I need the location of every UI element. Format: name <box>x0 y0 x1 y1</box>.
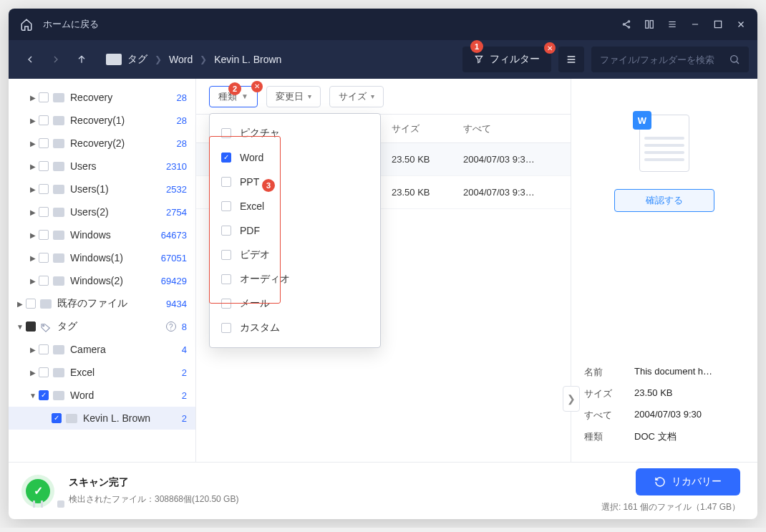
sidebar-item[interactable]: ▼Word2 <box>9 384 195 407</box>
checkbox[interactable] <box>221 323 231 333</box>
share-icon[interactable] <box>621 19 631 29</box>
layout-icon[interactable] <box>644 19 654 29</box>
checkbox[interactable] <box>39 230 49 240</box>
checkbox[interactable] <box>221 177 231 187</box>
expand-arrow-icon[interactable]: ▶ <box>27 94 39 102</box>
filter-button[interactable]: フィルター ✕ <box>462 47 551 72</box>
breadcrumb-item[interactable]: Kevin L. Brown <box>214 54 281 65</box>
breadcrumb-item[interactable]: Word <box>169 54 193 65</box>
checkbox[interactable] <box>39 92 49 102</box>
filter-clear-badge[interactable]: ✕ <box>544 42 556 54</box>
expand-arrow-icon[interactable]: ▶ <box>27 163 39 170</box>
filter-type-clear-badge[interactable]: ✕ <box>251 81 263 92</box>
sidebar-item[interactable]: ▶Recovery(2)28 <box>9 132 195 155</box>
type-option-label: Excel <box>240 200 264 212</box>
checkbox[interactable] <box>221 299 231 309</box>
filter-toolbar: 種類▼ ✕ 変更日▾ サイズ▾ <box>196 79 571 115</box>
expand-arrow-icon[interactable]: ▶ <box>27 117 39 125</box>
minimize-icon[interactable] <box>690 19 700 29</box>
type-option[interactable]: Word <box>210 145 380 170</box>
filter-type-button[interactable]: 種類▼ ✕ <box>209 86 258 107</box>
maximize-icon[interactable] <box>713 19 723 29</box>
sidebar-item[interactable]: ▶既存のファイル9434 <box>9 292 195 315</box>
folder-icon <box>53 231 64 240</box>
checkbox[interactable] <box>26 299 36 309</box>
checkbox[interactable] <box>39 138 49 148</box>
filter-size-button[interactable]: サイズ▾ <box>329 86 384 107</box>
cell-size: 23.50 KB <box>392 187 463 198</box>
search-box[interactable] <box>591 47 749 72</box>
menu-icon[interactable] <box>667 19 677 29</box>
sidebar-item[interactable]: ▶Excel2 <box>9 361 195 384</box>
recover-button[interactable]: リカバリー <box>636 468 740 495</box>
sidebar-item[interactable]: ▶Recovery(1)28 <box>9 109 195 132</box>
sidebar-item[interactable]: ▶Recovery28 <box>9 86 195 109</box>
expand-arrow-icon[interactable]: ▼ <box>27 392 39 400</box>
search-input[interactable] <box>600 54 729 65</box>
checkbox[interactable] <box>39 184 49 194</box>
type-option[interactable]: PPT <box>210 170 380 194</box>
sidebar-item[interactable]: ▶Users2310 <box>9 155 195 178</box>
meta-value: 2004/07/03 9:30 <box>634 409 745 422</box>
sidebar-item[interactable]: ▶Windows(2)69429 <box>9 269 195 292</box>
expand-arrow-icon[interactable]: ▶ <box>27 185 39 193</box>
sidebar-item[interactable]: ▼タグ?8 <box>9 315 195 338</box>
checkbox[interactable] <box>39 367 49 377</box>
expand-arrow-icon[interactable]: ▶ <box>27 277 39 285</box>
checkbox[interactable] <box>221 274 231 284</box>
checkbox[interactable] <box>52 413 62 423</box>
expand-arrow-icon[interactable]: ▶ <box>14 300 26 308</box>
checkbox[interactable] <box>221 201 231 211</box>
sidebar-item[interactable]: ▶Users(2)2754 <box>9 200 195 223</box>
type-option[interactable]: ピクチャ <box>210 121 380 145</box>
checkbox[interactable] <box>221 153 231 163</box>
home-link[interactable]: ホームに戻る <box>43 18 99 31</box>
checkbox[interactable] <box>39 390 49 400</box>
type-option[interactable]: ビデオ <box>210 243 380 267</box>
sidebar-item[interactable]: ▶Users(1)2532 <box>9 178 195 200</box>
checkbox[interactable] <box>221 128 231 138</box>
expand-arrow-icon[interactable]: ▶ <box>27 369 39 377</box>
expand-arrow-icon[interactable]: ▶ <box>27 254 39 262</box>
checkbox[interactable] <box>39 276 49 286</box>
checkbox[interactable] <box>39 115 49 125</box>
close-icon[interactable] <box>736 19 746 29</box>
sidebar-item-count: 2532 <box>166 184 187 195</box>
expand-arrow-icon[interactable]: ▶ <box>27 208 39 216</box>
expand-arrow-icon[interactable]: ▶ <box>27 231 39 239</box>
confirm-button[interactable]: 確認する <box>614 189 714 212</box>
type-option[interactable]: PDF <box>210 218 380 243</box>
nav-back-icon[interactable] <box>24 54 36 65</box>
nav-up-icon[interactable] <box>76 54 87 65</box>
checkbox[interactable] <box>26 321 36 332</box>
expand-arrow-icon[interactable]: ▶ <box>27 140 39 147</box>
filter-date-button[interactable]: 変更日▾ <box>266 86 321 107</box>
sidebar-item-count: 2 <box>182 367 187 378</box>
col-size[interactable]: サイズ <box>392 122 463 135</box>
playback-controls[interactable] <box>33 500 64 513</box>
sidebar-item-label: Users <box>70 160 160 172</box>
home-icon[interactable] <box>20 18 33 31</box>
sidebar-item[interactable]: ▶Windows(1)67051 <box>9 246 195 269</box>
expand-arrow-icon[interactable]: ▶ <box>27 346 39 354</box>
sidebar-item[interactable]: Kevin L. Brown2 <box>9 407 195 430</box>
expand-arrow-icon[interactable]: ▼ <box>14 323 26 331</box>
sidebar-item[interactable]: ▶Camera4 <box>9 338 195 361</box>
type-option[interactable]: カスタム <box>210 316 380 340</box>
checkbox[interactable] <box>39 253 49 263</box>
view-list-button[interactable] <box>558 47 584 72</box>
breadcrumb-root[interactable]: タグ <box>127 53 147 66</box>
checkbox[interactable] <box>221 250 231 260</box>
type-option[interactable]: メール <box>210 291 380 316</box>
help-icon[interactable]: ? <box>166 321 176 332</box>
sidebar-item[interactable]: ▶Windows64673 <box>9 223 195 246</box>
checkbox[interactable] <box>39 344 49 354</box>
sidebar-item-count: 2 <box>182 390 187 401</box>
col-all[interactable]: すべて <box>463 122 571 135</box>
panel-collapse-handle[interactable]: ❯ <box>563 386 580 412</box>
type-option[interactable]: Excel <box>210 194 380 218</box>
checkbox[interactable] <box>39 161 49 171</box>
type-option[interactable]: オーディオ <box>210 267 380 291</box>
checkbox[interactable] <box>39 207 49 217</box>
checkbox[interactable] <box>221 226 231 236</box>
